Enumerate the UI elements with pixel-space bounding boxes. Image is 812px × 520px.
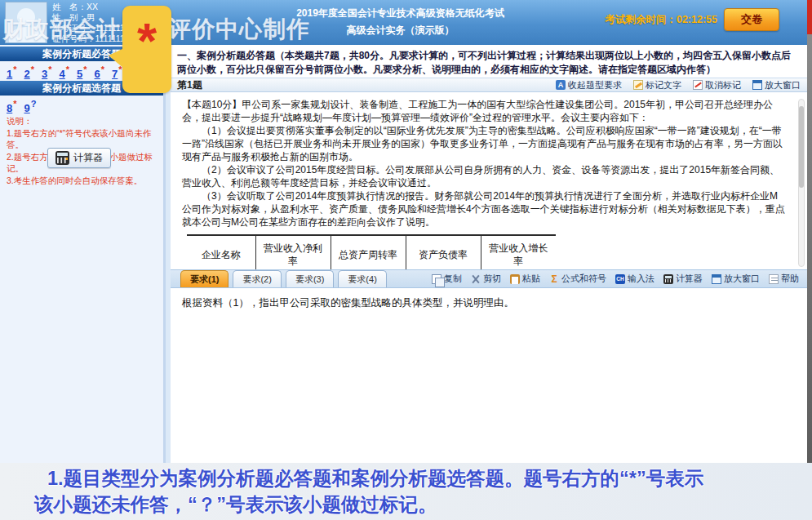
col-asset-turnover: 总资产周转率 xyxy=(331,235,406,269)
name-value: XX xyxy=(87,2,98,11)
table-header-row: 企业名称 营业收入净利率 总资产周转率 资产负债率 营业收入增长率 xyxy=(187,235,556,269)
notes-title: 说明： xyxy=(7,115,160,127)
main-panel: 一、案例分析题必答题（本类题共7题，共80分。凡要求计算的，可不列出计算过程；计… xyxy=(166,45,807,463)
paste-button[interactable]: 粘贴 xyxy=(510,273,540,285)
answer-toolbar: 复制 剪切 粘贴 Σ公式和符号 CH输入法 计算器 放大窗口 帮助 xyxy=(432,273,799,285)
mark-text-button[interactable]: 标记文字 xyxy=(633,79,681,91)
section-instruction: 一、案例分析题必答题（本类题共7题，共80分。凡要求计算的，可不列出计算过程；计… xyxy=(177,49,797,76)
question-link-5[interactable]: 5* xyxy=(77,64,87,81)
question-link-1[interactable]: 1* xyxy=(7,64,17,81)
collapse-icon: A xyxy=(556,80,566,90)
question-paragraph: 【本题10分】甲公司系一家集规划设计、装备制造、工程施工为一体的国有大型综合性建… xyxy=(182,98,786,124)
question-link-3[interactable]: 3* xyxy=(42,64,52,81)
tab-requirement-3[interactable]: 要求(3) xyxy=(286,270,334,287)
unanswered-mark: * xyxy=(66,64,69,74)
unanswered-mark: * xyxy=(13,99,16,109)
exam-app-window: 姓 名：XX 性 别：男 准考证号：11111111111 证件号码：11111… xyxy=(0,0,812,520)
scissors-icon xyxy=(471,274,481,284)
benchmark-data-table: 企业名称 营业收入净利率 总资产周转率 资产负债率 营业收入增长率 甲公司 3.… xyxy=(187,234,556,269)
question-paragraph: （1）会议提出要贯彻落实董事会制定的以“国际业务优先发展”为主导的密集型战略。公… xyxy=(182,124,786,163)
help-icon xyxy=(769,274,779,284)
unanswered-mark: * xyxy=(101,64,104,74)
note-3: 3.考生作答的同时会自动保存答案。 xyxy=(7,175,160,187)
question-content[interactable]: 【本题10分】甲公司系一家集规划设计、装备制造、工程施工为一体的国有大型综合性建… xyxy=(171,92,807,269)
question-link-2[interactable]: 2* xyxy=(24,64,35,81)
question-number-title: 第1题 xyxy=(177,78,202,92)
sigma-icon: Σ xyxy=(549,274,559,284)
question-title-bar: 第1题 A收起题型要求 标记文字 取消标记 放大窗口 xyxy=(171,78,807,92)
flagged-mark: ? xyxy=(31,99,37,109)
copy-button[interactable]: 复制 xyxy=(432,273,462,285)
ime-icon: CH xyxy=(615,274,625,284)
requirement-prompt: 根据资料（1），指出甲公司采取的密集型战略的具体类型，并说明理由。 xyxy=(171,288,807,310)
content-scrollbar[interactable] xyxy=(798,99,805,267)
remaining-time-value: 02:12:55 xyxy=(677,14,717,25)
question-link-6[interactable]: 6* xyxy=(95,64,105,81)
screen-edge-dark xyxy=(807,34,812,463)
optional-question-links: 8* 9? xyxy=(7,99,36,115)
calculator-icon xyxy=(55,151,69,165)
help-button[interactable]: 帮助 xyxy=(769,273,799,285)
name-label: 姓 名： xyxy=(52,2,87,11)
required-question-links: 1* 2* 3* 4* 5* 6* 7* xyxy=(7,64,122,81)
screen-edge-red xyxy=(807,0,812,34)
cut-button[interactable]: 剪切 xyxy=(471,273,501,285)
calculator-icon xyxy=(663,274,673,284)
collapse-requirements-button[interactable]: A收起题型要求 xyxy=(556,79,622,91)
calculator-label: 计算器 xyxy=(73,151,103,165)
col-debt-ratio: 资产负债率 xyxy=(406,235,481,269)
requirements-tabs-bar: 要求(1) 要求(2) 要求(3) 要求(4) 复制 剪切 粘贴 Σ公式和符号 … xyxy=(171,269,807,288)
tab-requirement-2[interactable]: 要求(2) xyxy=(233,270,281,287)
window-icon xyxy=(752,80,762,90)
caption-line-1: 1.题目类型分为案例分析题必答题和案例分析题选答题。题号右方的“*”号表示 xyxy=(0,463,812,491)
calculator-button[interactable]: 计算器 xyxy=(47,148,111,168)
paste-icon xyxy=(510,274,520,284)
question-link-9[interactable]: 9? xyxy=(24,99,37,115)
calculator-tool-button[interactable]: 计算器 xyxy=(663,273,703,285)
unanswered-mark: * xyxy=(83,64,87,74)
question-paragraph: （2）会议审议了公司2015年度经营目标。公司发展部从公司自身所拥有的人力、资金… xyxy=(182,163,786,189)
zoom-window-button[interactable]: 放大窗口 xyxy=(752,79,801,91)
col-net-margin: 营业收入净利率 xyxy=(255,235,331,269)
pencil-icon xyxy=(633,80,643,90)
unanswered-mark: * xyxy=(48,64,51,74)
formula-symbols-button[interactable]: Σ公式和符号 xyxy=(549,273,606,285)
submit-paper-button[interactable]: 交卷 xyxy=(724,8,779,31)
question-link-4[interactable]: 4* xyxy=(60,64,70,81)
col-company: 企业名称 xyxy=(187,235,255,269)
unmark-icon xyxy=(693,80,703,90)
copy-icon xyxy=(432,274,441,284)
unmark-button[interactable]: 取消标记 xyxy=(693,79,741,91)
caption-line-2: 该小题还未作答，“？”号表示该小题做过标记。 xyxy=(0,491,812,518)
window-icon xyxy=(712,274,721,284)
question-nav-sidebar: 案例分析题必答题 1* 2* 3* 4* 5* 6* 7* 案例分析题选答题 8… xyxy=(0,45,166,463)
asterisk-icon: * xyxy=(122,6,171,76)
zoom-window-tool-button[interactable]: 放大窗口 xyxy=(712,273,760,285)
scrollbar-thumb[interactable] xyxy=(799,106,804,188)
bottom-caption: 1.题目类型分为案例分析题必答题和案例分析题选答题。题号右方的“*”号表示 该小… xyxy=(0,463,812,520)
annotation-callout: * xyxy=(122,6,171,93)
tab-requirement-4[interactable]: 要求(4) xyxy=(338,270,386,287)
col-revenue-growth: 营业收入增长率 xyxy=(481,235,556,269)
input-method-button[interactable]: CH输入法 xyxy=(615,273,654,285)
question-paragraph: （3）会议听取了公司2014年度预算执行情况的报告。财务部就公司2014年的预算… xyxy=(182,189,786,229)
remaining-time: 考试剩余时间：02:12:55 xyxy=(605,13,717,27)
tab-requirement-1[interactable]: 要求(1) xyxy=(180,270,229,287)
unanswered-mark: * xyxy=(31,64,34,74)
unanswered-mark: * xyxy=(13,64,16,74)
question-link-8[interactable]: 8* xyxy=(7,99,17,115)
answer-area[interactable]: 根据资料（1），指出甲公司采取的密集型战略的具体类型，并说明理由。 xyxy=(171,288,807,463)
